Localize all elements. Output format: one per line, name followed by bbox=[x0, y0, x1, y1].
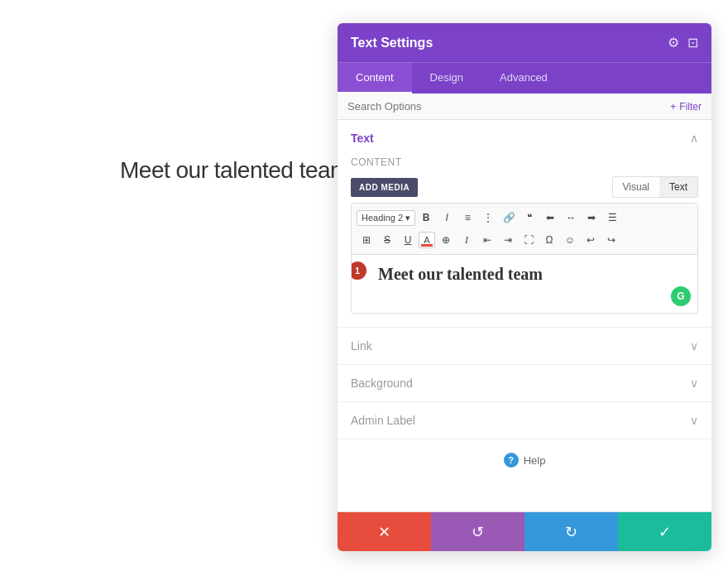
filter-plus-icon: + bbox=[670, 101, 676, 113]
justify-button[interactable]: ☰ bbox=[602, 208, 622, 228]
align-right-button[interactable]: ➡ bbox=[582, 208, 601, 228]
tab-design[interactable]: Design bbox=[412, 63, 481, 94]
reset-button[interactable]: ↺ bbox=[431, 512, 524, 551]
save-button[interactable]: ✓ bbox=[618, 512, 711, 551]
bold-button[interactable]: B bbox=[416, 208, 436, 228]
editor-toolbar-top: ADD MEDIA Visual Text bbox=[351, 176, 698, 198]
page-background: Meet our talented team Text Settings ⚙ ⊡… bbox=[0, 0, 728, 571]
panel-header-icons: ⚙ ⊡ bbox=[668, 35, 698, 50]
align-center-button[interactable]: ↔ bbox=[561, 208, 581, 228]
panel-footer: ✕ ↺ ↻ ✓ bbox=[338, 511, 711, 551]
cancel-button[interactable]: ✕ bbox=[338, 512, 431, 551]
emoji-button[interactable]: ☺ bbox=[560, 230, 580, 250]
content-label: Content bbox=[351, 156, 698, 168]
special-chars-button[interactable]: Ω bbox=[539, 230, 559, 250]
toolbar-row-2: ⊞ S U A ⊕ I ⇤ ⇥ ⛶ bbox=[357, 230, 692, 250]
text-section-title: Text bbox=[351, 132, 374, 145]
fullscreen-button[interactable]: ⛶ bbox=[519, 230, 539, 250]
tab-content[interactable]: Content bbox=[338, 63, 412, 94]
panel-header: Text Settings ⚙ ⊡ bbox=[338, 23, 711, 62]
expand-icon[interactable]: ⊡ bbox=[687, 35, 698, 50]
panel-tabs: Content Design Advanced bbox=[338, 62, 711, 94]
paste-button[interactable]: ⊕ bbox=[436, 230, 456, 250]
panel-body: Text ∧ Content ADD MEDIA Visual Text bbox=[338, 120, 711, 511]
editor-toolbar: Heading 2 ▾ B I ≡ ⋮ 🔗 ❝ ⬅ ↔ bbox=[352, 204, 697, 255]
text-section-header[interactable]: Text ∧ bbox=[338, 120, 711, 156]
redo-button[interactable]: ↪ bbox=[601, 230, 621, 250]
text-section: Text ∧ Content ADD MEDIA Visual Text bbox=[338, 120, 711, 328]
background-section-title: Background bbox=[351, 377, 413, 390]
tab-advanced[interactable]: Advanced bbox=[481, 63, 566, 94]
link-section: Link ∨ bbox=[338, 328, 711, 365]
admin-label-chevron-icon: ∨ bbox=[690, 414, 698, 427]
heading-select-chevron-icon: ▾ bbox=[405, 213, 410, 223]
search-input[interactable] bbox=[347, 100, 670, 113]
editor-heading-text[interactable]: Meet our talented team bbox=[362, 265, 687, 284]
text-chevron-up-icon: ∧ bbox=[690, 132, 698, 145]
indent-increase-button[interactable]: ⇥ bbox=[498, 230, 518, 250]
help-section: ? Help bbox=[338, 439, 711, 481]
italic-button[interactable]: I bbox=[437, 208, 457, 228]
settings-panel: Text Settings ⚙ ⊡ Content Design Advance… bbox=[338, 23, 711, 551]
underline-button[interactable]: U bbox=[398, 230, 418, 250]
heading-select-value: Heading 2 bbox=[362, 213, 403, 223]
editor-user-avatar: G bbox=[671, 286, 691, 306]
help-icon: ? bbox=[504, 453, 519, 468]
text-color-button[interactable]: A bbox=[419, 232, 435, 248]
settings-icon[interactable]: ⚙ bbox=[668, 35, 679, 50]
custom-italic-button[interactable]: I bbox=[457, 230, 477, 250]
link-section-title: Link bbox=[351, 339, 372, 353]
strikethrough-button[interactable]: S bbox=[377, 230, 397, 250]
panel-title: Text Settings bbox=[351, 36, 433, 50]
link-button[interactable]: 🔗 bbox=[499, 208, 519, 228]
blockquote-button[interactable]: ❝ bbox=[520, 208, 539, 228]
text-section-content: Content ADD MEDIA Visual Text bbox=[338, 156, 711, 327]
admin-label-section-header[interactable]: Admin Label ∨ bbox=[338, 402, 711, 439]
table-button[interactable]: ⊞ bbox=[357, 230, 376, 250]
link-chevron-icon: ∨ bbox=[690, 339, 698, 353]
toolbar-row-1: Heading 2 ▾ B I ≡ ⋮ 🔗 ❝ ⬅ ↔ bbox=[357, 208, 692, 228]
search-bar: + Filter bbox=[338, 94, 711, 120]
heading-select[interactable]: Heading 2 ▾ bbox=[357, 210, 415, 226]
background-section-header[interactable]: Background ∨ bbox=[338, 365, 711, 401]
editor-wrapper: Heading 2 ▾ B I ≡ ⋮ 🔗 ❝ ⬅ ↔ bbox=[351, 203, 698, 314]
background-section: Background ∨ bbox=[338, 365, 711, 402]
admin-label-section: Admin Label ∨ bbox=[338, 402, 711, 439]
background-chevron-icon: ∨ bbox=[690, 377, 698, 390]
editor-content[interactable]: 1 Meet our talented team G bbox=[352, 255, 697, 313]
unordered-list-button[interactable]: ≡ bbox=[457, 208, 477, 228]
page-heading-text: Meet our talented team bbox=[120, 157, 349, 184]
ordered-list-button[interactable]: ⋮ bbox=[478, 208, 498, 228]
add-media-button[interactable]: ADD MEDIA bbox=[351, 178, 418, 197]
refresh-button[interactable]: ↻ bbox=[524, 512, 618, 551]
view-toggle: Visual Text bbox=[612, 176, 698, 198]
filter-button[interactable]: + Filter bbox=[670, 101, 702, 113]
link-section-header[interactable]: Link ∨ bbox=[338, 328, 711, 364]
indent-decrease-button[interactable]: ⇤ bbox=[477, 230, 497, 250]
undo-button[interactable]: ↩ bbox=[581, 230, 601, 250]
help-text[interactable]: Help bbox=[524, 454, 546, 467]
admin-label-section-title: Admin Label bbox=[351, 414, 415, 427]
text-view-button[interactable]: Text bbox=[659, 177, 697, 197]
align-left-button[interactable]: ⬅ bbox=[540, 208, 560, 228]
visual-view-button[interactable]: Visual bbox=[613, 177, 659, 197]
